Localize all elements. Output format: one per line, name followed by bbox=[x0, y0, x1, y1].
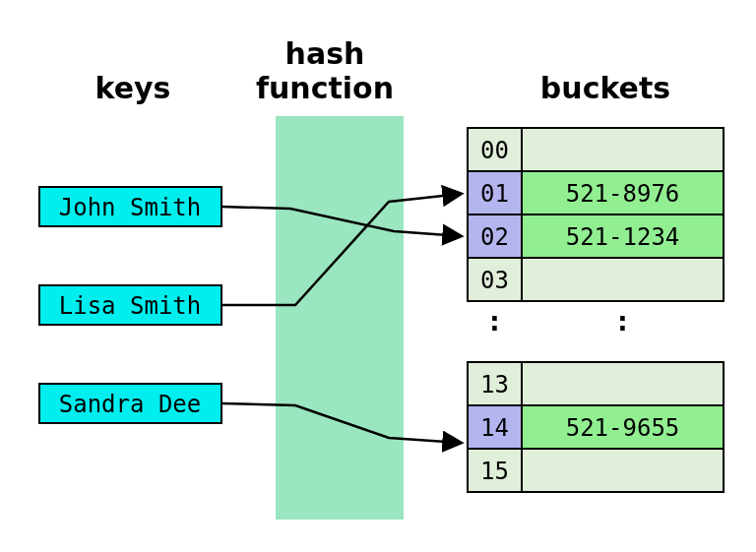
bucket-index-text: 02 bbox=[480, 223, 509, 251]
key-label: John Smith bbox=[59, 194, 202, 221]
bucket-index-text: 15 bbox=[480, 458, 509, 485]
bucket-table: 0001521-897602521-123403::1314521-965515 bbox=[468, 128, 724, 492]
bucket-index-text: 14 bbox=[480, 414, 509, 442]
bucket-value-text: 521-8976 bbox=[566, 180, 680, 208]
key-label: Sandra Dee bbox=[59, 391, 202, 418]
bucket-index-text: 03 bbox=[480, 267, 509, 294]
heading-hash-line1: hash bbox=[285, 36, 365, 71]
bucket-ellipsis-index: : bbox=[486, 305, 503, 337]
key-sandra-dee: Sandra Dee bbox=[39, 384, 221, 423]
bucket-value-text: 521-1234 bbox=[566, 223, 680, 251]
hash-function-box bbox=[276, 116, 404, 520]
bucket-ellipsis-value: : bbox=[614, 305, 631, 337]
bucket-value-cell bbox=[522, 362, 724, 405]
heading-hash-line2: function bbox=[256, 71, 394, 105]
key-john-smith: John Smith bbox=[39, 187, 221, 226]
bucket-index-text: 13 bbox=[480, 371, 509, 399]
bucket-value-cell bbox=[522, 128, 724, 171]
bucket-index-text: 00 bbox=[480, 137, 509, 164]
bucket-value-cell bbox=[522, 258, 724, 301]
key-label: Lisa Smith bbox=[59, 292, 202, 320]
bucket-value-text: 521-9655 bbox=[566, 414, 680, 442]
heading-buckets: buckets bbox=[540, 71, 670, 105]
key-lisa-smith: Lisa Smith bbox=[39, 285, 221, 325]
heading-keys: keys bbox=[95, 71, 171, 105]
bucket-index-text: 01 bbox=[480, 180, 509, 208]
bucket-value-cell bbox=[522, 449, 724, 492]
